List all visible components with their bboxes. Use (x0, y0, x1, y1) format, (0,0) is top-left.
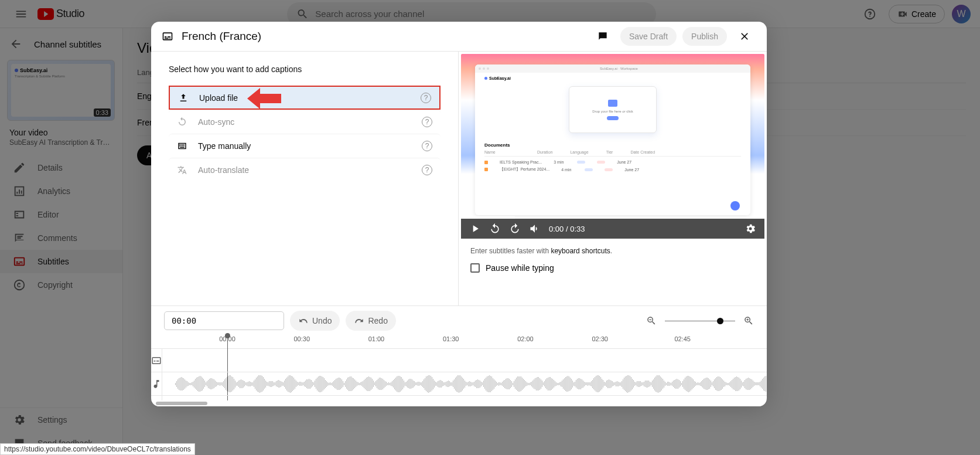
subtitle-track-icon (151, 355, 162, 366)
redo-icon (354, 315, 364, 326)
help-icon[interactable]: ? (422, 141, 432, 151)
zoom-slider[interactable] (665, 320, 735, 322)
timeline-panel: Undo Redo 00:00 00:30 01:00 01:30 02:00 … (151, 305, 767, 406)
instruction-text: Select how you want to add captions (169, 64, 441, 74)
subtitle-track[interactable] (162, 349, 767, 372)
option-type-manually[interactable]: Type manually ? (169, 134, 441, 158)
option-upload-file[interactable]: Upload file ? (169, 86, 441, 110)
redo-button[interactable]: Redo (346, 311, 395, 331)
forward-10-icon[interactable] (509, 223, 521, 235)
settings-icon[interactable] (745, 223, 756, 235)
translate-icon (177, 165, 187, 175)
report-button[interactable] (591, 25, 614, 48)
modal-header: French (France) Save Draft Publish (151, 22, 767, 51)
help-icon[interactable]: ? (421, 93, 431, 103)
volume-icon[interactable] (529, 223, 541, 235)
audio-track[interactable] (162, 372, 767, 396)
sync-icon (177, 117, 187, 127)
help-icon[interactable]: ? (422, 117, 432, 127)
close-icon (739, 30, 750, 42)
zoom-in-icon[interactable] (743, 315, 754, 326)
timeline-ruler[interactable]: 00:00 00:30 01:00 01:30 02:00 02:30 02:4… (151, 335, 767, 348)
checkbox-icon (470, 263, 480, 273)
undo-button[interactable]: Undo (290, 311, 340, 331)
caption-method-panel: Select how you want to add captions Uplo… (151, 52, 459, 305)
audio-track-icon (151, 379, 162, 389)
close-button[interactable] (733, 25, 756, 48)
status-bar-url: https://studio.youtube.com/video/DbuveOe… (0, 443, 195, 455)
option-auto-translate[interactable]: Auto-translate ? (169, 158, 441, 182)
publish-button[interactable]: Publish (682, 27, 727, 46)
keyboard-icon (177, 141, 187, 151)
pause-while-typing-toggle[interactable]: Pause while typing (459, 261, 767, 280)
play-icon[interactable] (469, 223, 481, 235)
subtitles-icon (162, 30, 173, 42)
zoom-out-icon[interactable] (646, 315, 657, 326)
report-icon (597, 30, 609, 42)
timecode-input[interactable] (164, 311, 284, 330)
help-icon[interactable]: ? (422, 165, 432, 175)
video-preview: SubEasy.ai · Workspace SubEasy.ai Drop y… (461, 54, 764, 239)
subtitle-editor-modal: French (France) Save Draft Publish Selec… (151, 22, 767, 406)
save-draft-button[interactable]: Save Draft (620, 27, 677, 46)
rewind-10-icon[interactable] (489, 223, 501, 235)
option-auto-sync[interactable]: Auto-sync ? (169, 110, 441, 134)
upload-icon (178, 93, 189, 103)
annotation-arrow-icon (247, 88, 282, 109)
time-display: 0:00 / 0:33 (549, 225, 585, 233)
shortcut-hint: Enter subtitles faster with keyboard sho… (459, 241, 767, 261)
timeline-scrollbar[interactable] (151, 400, 767, 406)
undo-icon (298, 315, 309, 326)
modal-title: French (France) (182, 30, 261, 43)
